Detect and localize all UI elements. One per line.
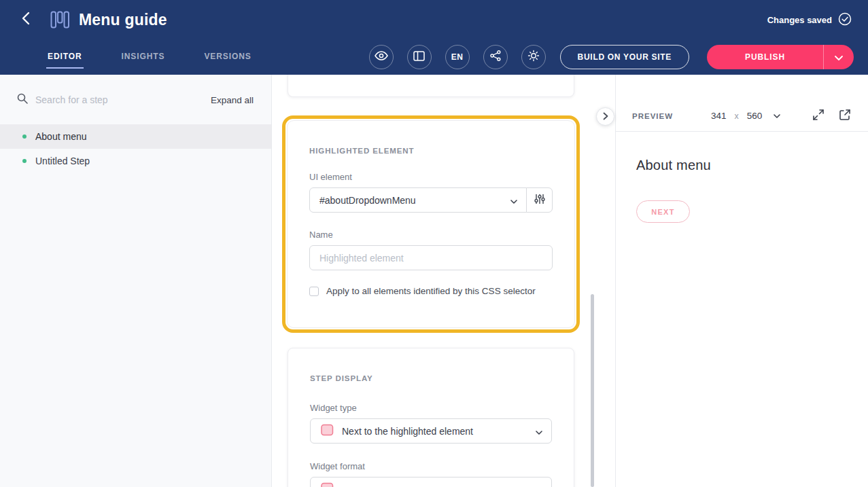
chevron-down-icon <box>774 114 780 118</box>
open-in-new-tab-button[interactable] <box>839 109 851 124</box>
chevron-down-icon <box>835 51 843 63</box>
preview-actions <box>812 109 851 124</box>
preview-panel-toggle-button[interactable] <box>596 107 614 126</box>
step-item-label: About menu <box>35 131 87 142</box>
widget-format-select[interactable] <box>310 477 552 487</box>
publish-dropdown-toggle[interactable] <box>824 45 854 69</box>
check-circle-icon <box>838 12 852 28</box>
apply-all-label: Apply to all elements identified by this… <box>326 286 536 296</box>
highlighted-element-card-highlight-ring: HIGHLIGHTED ELEMENT UI element #aboutDro… <box>282 115 580 333</box>
preview-next-button[interactable]: NEXT <box>636 200 690 223</box>
chevron-down-icon <box>510 195 517 206</box>
expand-all-link[interactable]: Expand all <box>211 95 254 105</box>
apply-all-row: Apply to all elements identified by this… <box>309 286 553 296</box>
viewport-size-dropdown[interactable]: 341 x 560 <box>711 111 780 121</box>
changes-saved-label: Changes saved <box>767 15 832 25</box>
tab-insights[interactable]: INSIGHTS <box>122 52 165 62</box>
eye-icon <box>375 51 388 63</box>
ui-element-select[interactable]: #aboutDropdownMenu <box>309 187 527 213</box>
step-item-untitled-step[interactable]: Untitled Step <box>0 149 271 173</box>
section-title: HIGHLIGHTED ELEMENT <box>309 121 553 155</box>
layout-button[interactable] <box>407 45 432 69</box>
step-status-dot <box>22 134 27 139</box>
tab-versions[interactable]: VERSIONS <box>204 52 251 62</box>
build-on-your-site-label: BUILD ON YOUR SITE <box>578 52 672 62</box>
share-button[interactable] <box>483 45 508 69</box>
language-label: EN <box>451 52 463 62</box>
steps-sidebar: Expand all About menu Untitled Step <box>0 75 272 487</box>
step-search-input[interactable] <box>35 94 211 105</box>
ui-element-label: UI element <box>309 172 553 182</box>
widget-type-select[interactable]: Next to the highlighted element <box>310 418 552 444</box>
top-bar: Menu guide Changes saved EDITOR INSIGHTS… <box>0 0 868 75</box>
share-icon <box>490 50 501 64</box>
sliders-icon <box>534 194 545 207</box>
tab-editor[interactable]: EDITOR <box>48 52 82 62</box>
chevron-right-icon <box>603 111 608 123</box>
preview-next-label: NEXT <box>651 208 675 216</box>
search-icon <box>17 93 28 107</box>
fullscreen-preview-button[interactable] <box>812 109 824 124</box>
widget-type-label: Widget type <box>310 403 552 413</box>
changes-saved-status: Changes saved <box>767 12 852 28</box>
preview-panel: PREVIEW 341 x 560 <box>615 75 868 487</box>
app-window: Menu guide Changes saved EDITOR INSIGHTS… <box>0 0 868 487</box>
build-on-your-site-button[interactable]: BUILD ON YOUR SITE <box>560 45 689 69</box>
preview-eye-button[interactable] <box>369 45 394 69</box>
viewport-width-value: 341 <box>711 111 727 121</box>
ui-element-value: #aboutDropdownMenu <box>319 195 510 206</box>
settings-scrollbar-thumb[interactable] <box>591 294 594 487</box>
dimension-separator: x <box>735 111 739 121</box>
external-link-icon <box>839 109 851 124</box>
viewport-height-value: 560 <box>747 111 763 121</box>
step-item-about-menu[interactable]: About menu <box>0 124 271 149</box>
page-title: Menu guide <box>79 11 167 29</box>
step-display-card: STEP DISPLAY Widget type Next to the hig… <box>288 348 574 487</box>
ui-element-select-row: #aboutDropdownMenu <box>309 187 553 213</box>
preview-header: PREVIEW 341 x 560 <box>616 101 868 132</box>
name-label: Name <box>309 230 553 240</box>
tooltip-widget-icon <box>320 424 334 438</box>
toolbar-icon-buttons: EN <box>369 45 546 69</box>
top-bar-title-row: Menu guide Changes saved <box>0 0 868 39</box>
preview-step-title: About menu <box>636 158 868 173</box>
settings-button[interactable] <box>521 45 546 69</box>
highlighted-element-name-input[interactable] <box>309 245 553 270</box>
back-chevron-icon <box>21 12 30 28</box>
editor-tabs: EDITOR INSIGHTS VERSIONS <box>48 52 251 62</box>
highlighted-element-card: HIGHLIGHTED ELEMENT UI element #aboutDro… <box>287 120 575 328</box>
gear-icon <box>527 50 540 65</box>
widget-format-label: Widget format <box>310 461 552 471</box>
selector-settings-button[interactable] <box>526 187 553 213</box>
section-title: STEP DISPLAY <box>310 348 552 382</box>
publish-button[interactable]: PUBLISH <box>707 45 854 69</box>
step-item-label: Untitled Step <box>35 156 90 166</box>
publish-label[interactable]: PUBLISH <box>707 45 823 69</box>
step-status-dot <box>22 159 27 163</box>
widget-type-value: Next to the highlighted element <box>342 426 527 437</box>
expand-icon <box>812 109 824 124</box>
preview-panel-title: PREVIEW <box>632 112 673 120</box>
step-search-row: Expand all <box>0 75 271 107</box>
tooltip-widget-icon <box>320 482 334 487</box>
columns-logo-icon <box>50 11 69 29</box>
layout-icon <box>413 51 425 64</box>
previous-settings-card-partial <box>288 75 574 97</box>
language-button[interactable]: EN <box>445 45 470 69</box>
apply-all-checkbox[interactable] <box>309 287 319 296</box>
steps-list: About menu Untitled Step <box>0 124 271 173</box>
preview-viewport: About menu NEXT <box>616 158 868 223</box>
back-button[interactable] <box>16 11 34 29</box>
top-bar-toolbar-row: EDITOR INSIGHTS VERSIONS EN <box>0 39 868 75</box>
step-settings-panel: HIGHLIGHTED ELEMENT UI element #aboutDro… <box>272 75 615 487</box>
chevron-down-icon <box>536 426 542 437</box>
